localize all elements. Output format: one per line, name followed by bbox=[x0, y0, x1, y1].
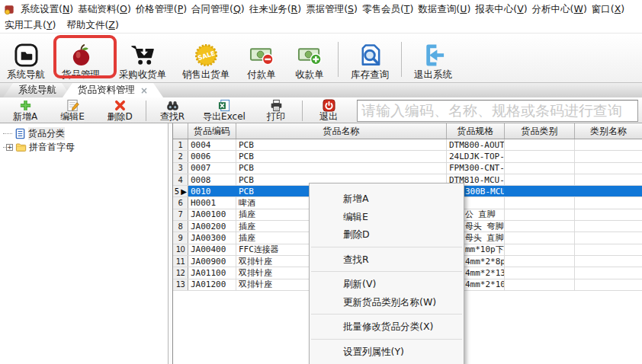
toolbar-button-label: 系统导航 bbox=[7, 69, 45, 80]
tree-item-label: 拼音首字母 bbox=[29, 141, 75, 154]
menu-item[interactable]: 零售会员(T) bbox=[360, 3, 416, 16]
toolbar-button-label: 退出系统 bbox=[414, 69, 452, 80]
menu-item[interactable]: 实用工具(Y) bbox=[2, 19, 58, 32]
menu-item[interactable]: 往来业务(R) bbox=[247, 3, 303, 16]
context-menu-item[interactable]: 查找R bbox=[310, 251, 464, 269]
column-header[interactable]: 货品规格 bbox=[447, 123, 505, 139]
menu-item[interactable]: 报表中心(V) bbox=[473, 3, 529, 16]
menu-item[interactable]: 基础资料(O) bbox=[75, 3, 133, 16]
tree-item[interactable]: 货品分类 bbox=[3, 126, 168, 140]
menu-item[interactable]: 系统设置(N) bbox=[18, 3, 75, 16]
menu-item[interactable]: 合同管理(Q) bbox=[189, 3, 247, 16]
subtoolbar-button[interactable]: 退出 bbox=[305, 99, 352, 122]
column-header[interactable]: 货品类别 bbox=[505, 123, 575, 139]
subtoolbar-button[interactable]: 新增A bbox=[2, 99, 49, 122]
toolbar-button-label: 付款单 bbox=[247, 69, 276, 80]
tree-item[interactable]: + 拼音首字母 bbox=[3, 140, 168, 154]
menu-item[interactable]: 分析中心(W) bbox=[530, 3, 589, 16]
system-nav-icon bbox=[14, 43, 39, 68]
toolbar-button[interactable]: 采购收货单 bbox=[111, 37, 174, 80]
context-menu: 新增A编辑E删除D查找R刷新(V)更新货品类别名称(W)批量修改货品分类(X)设… bbox=[309, 183, 464, 364]
toolbar-button[interactable]: 退出系统 bbox=[406, 37, 461, 80]
row-number-cell: 5 ▶ bbox=[173, 186, 188, 196]
toolbar-button[interactable]: 系统导航 bbox=[2, 37, 50, 80]
delete-icon bbox=[114, 99, 127, 112]
menu-bar-row2: 实用工具(Y)帮助文件(Z) bbox=[0, 18, 642, 34]
cell-goods-code: 0007 bbox=[188, 163, 236, 174]
table-header-row: 货品编码货品名称货品规格货品类别类别名称 bbox=[173, 123, 642, 139]
row-number-cell: 13 bbox=[173, 279, 188, 290]
toolbar-button[interactable]: 收款单 bbox=[285, 37, 334, 80]
context-menu-item[interactable]: 设置列属性(Y) bbox=[310, 343, 464, 361]
column-header[interactable]: 货品名称 bbox=[236, 123, 447, 139]
row-number-cell: 10 bbox=[173, 244, 188, 255]
tab-close-icon[interactable]: × bbox=[140, 85, 148, 96]
context-menu-item[interactable]: 编辑E bbox=[310, 208, 464, 226]
subtoolbar-button-label: 打印 bbox=[267, 112, 285, 122]
folder-icon bbox=[15, 142, 27, 153]
row-number-cell: 7 bbox=[173, 209, 188, 220]
cell-goods-category bbox=[505, 139, 575, 150]
context-menu-item[interactable]: 保存列属性(Z) bbox=[310, 360, 464, 364]
tab-label: 货品资料管理 bbox=[78, 84, 135, 97]
toolbar-separator bbox=[338, 42, 339, 77]
subtoolbar-button[interactable]: 删除D bbox=[96, 99, 143, 122]
apple-icon bbox=[69, 43, 94, 68]
context-menu-item[interactable]: 批量修改货品分类(X) bbox=[310, 318, 464, 336]
cell-goods-category bbox=[505, 267, 575, 278]
cell-category-name bbox=[575, 232, 642, 243]
subtoolbar-button[interactable]: 查找R bbox=[149, 99, 196, 122]
toolbar-button[interactable]: SALE 销售出货单 bbox=[174, 37, 238, 80]
subtoolbar-button[interactable]: 导出Excel bbox=[196, 99, 252, 122]
table-row[interactable]: 3 0007 PCB FPM300-CNT-V4 20 bbox=[173, 163, 642, 174]
menu-item[interactable]: 数据查询(U) bbox=[416, 3, 473, 16]
cell-category-name bbox=[575, 256, 642, 267]
cell-goods-category bbox=[505, 186, 575, 196]
table-row[interactable]: 1 0004 PCB DTM800-AOUT-V1.0 bbox=[173, 139, 642, 151]
subtoolbar-button-label: 新增A bbox=[13, 112, 37, 122]
print-icon bbox=[270, 99, 283, 112]
context-menu-separator bbox=[311, 271, 462, 272]
subtoolbar-button[interactable]: 打印 bbox=[252, 99, 300, 122]
context-menu-item[interactable]: 删除D bbox=[310, 225, 464, 244]
column-header[interactable] bbox=[173, 123, 188, 139]
cell-category-name bbox=[575, 186, 642, 196]
cell-goods-category bbox=[505, 221, 575, 231]
table-row[interactable]: 2 0006 PCB 24LDJK-TOP-V2.0 bbox=[173, 151, 642, 162]
find-icon bbox=[166, 99, 179, 112]
toolbar-separator bbox=[401, 42, 402, 77]
toolbar-button[interactable]: 库存查询 bbox=[342, 37, 397, 80]
subtoolbar-separator bbox=[302, 101, 303, 121]
cell-goods-code: JA01200 bbox=[188, 279, 236, 290]
context-menu-item[interactable]: 新增A bbox=[310, 190, 464, 208]
context-menu-item[interactable]: 刷新(V) bbox=[310, 275, 464, 293]
cell-goods-category bbox=[505, 163, 575, 174]
cell-goods-spec: DTM800-AOUT-V1.0 bbox=[447, 139, 505, 150]
cell-category-name bbox=[575, 139, 642, 150]
cell-goods-category bbox=[505, 256, 575, 267]
tab[interactable]: 货品资料管理 × bbox=[63, 83, 163, 97]
menu-item[interactable]: 帮助文件(Z) bbox=[64, 19, 120, 32]
menu-item[interactable]: 窗口(X) bbox=[589, 3, 627, 16]
toolbar-button[interactable]: 货品管理 bbox=[50, 37, 111, 80]
menu-item[interactable]: 票据管理(S) bbox=[303, 3, 360, 16]
toolbar-button-label: 收款单 bbox=[295, 69, 324, 80]
tree-expander-icon[interactable]: + bbox=[6, 144, 13, 151]
subtoolbar-button[interactable]: 编辑E bbox=[49, 99, 96, 122]
tab[interactable]: 系统导航 bbox=[3, 83, 72, 97]
search-input[interactable] bbox=[357, 100, 638, 122]
toolbar-button[interactable]: 付款单 bbox=[238, 37, 285, 80]
cell-goods-code: 0010 bbox=[188, 186, 236, 196]
cell-category-name bbox=[575, 221, 642, 231]
cell-goods-code: H0001 bbox=[188, 197, 236, 208]
column-header[interactable]: 类别名称 bbox=[575, 123, 642, 139]
menu-item[interactable]: 价格管理(P) bbox=[133, 3, 189, 16]
context-menu-item[interactable]: 更新货品类别名称(W) bbox=[310, 293, 464, 311]
cell-goods-code: 0008 bbox=[188, 174, 236, 185]
quit-icon bbox=[323, 99, 335, 112]
cell-goods-spec: 24LDJK-TOP-V2.0 bbox=[447, 151, 505, 161]
column-header[interactable]: 货品编码 bbox=[188, 123, 236, 139]
context-menu-separator bbox=[311, 339, 462, 340]
cell-goods-name: PCB bbox=[236, 163, 447, 174]
cell-goods-category bbox=[505, 197, 575, 208]
